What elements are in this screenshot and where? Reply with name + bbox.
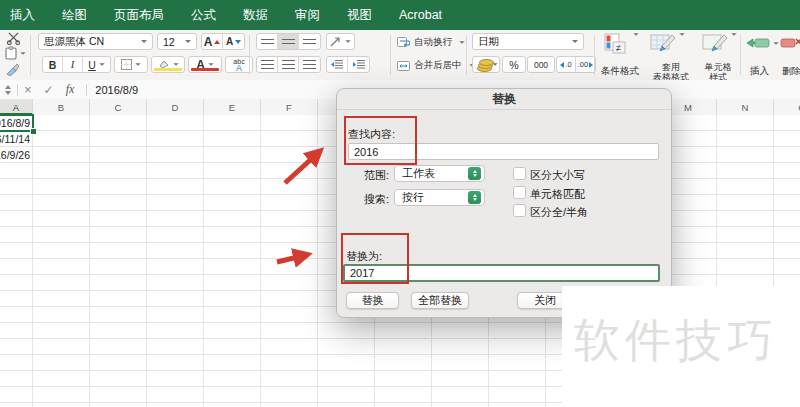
align-bottom-icon bbox=[303, 39, 316, 44]
paste-button[interactable] bbox=[5, 46, 26, 60]
font-name-caret bbox=[141, 40, 147, 43]
align-center-button[interactable] bbox=[278, 57, 299, 72]
cell-styles-label: 单元格 样式 bbox=[700, 62, 736, 82]
font-size-combobox[interactable]: 12 bbox=[157, 33, 197, 50]
align-middle-icon bbox=[282, 39, 295, 44]
replace-dialog: 替换 查找内容: 2016 范围: 工作表 搜索: 按行 区分大小写 单元格匹配… bbox=[336, 88, 672, 318]
bold-button[interactable]: B bbox=[43, 57, 63, 72]
column-header-a[interactable]: A bbox=[0, 99, 33, 115]
cell-a3[interactable]: 2016/9/26 bbox=[0, 147, 32, 163]
replace-input-value: 2017 bbox=[350, 267, 374, 279]
name-box-stepper[interactable] bbox=[5, 85, 11, 95]
column-header-o[interactable]: O bbox=[774, 99, 800, 115]
scope-popup[interactable]: 工作表 bbox=[394, 165, 485, 182]
cell-styles-button[interactable] bbox=[702, 33, 737, 53]
match-width-label: 区分全/半角 bbox=[530, 205, 588, 220]
percent-format-button[interactable]: % bbox=[502, 56, 526, 73]
format-painter-button[interactable] bbox=[5, 63, 20, 76]
comma-format-button[interactable]: 000 bbox=[527, 56, 555, 73]
align-right-button[interactable] bbox=[299, 57, 320, 72]
fill-color-button[interactable] bbox=[151, 56, 185, 73]
dialog-title[interactable]: 替换 bbox=[337, 89, 671, 110]
fill-handle[interactable] bbox=[30, 128, 37, 135]
replace-button[interactable]: 替换 bbox=[346, 292, 399, 309]
popup-stepper-icon bbox=[468, 191, 481, 204]
italic-button[interactable]: I bbox=[63, 57, 83, 72]
grow-font-button[interactable]: A bbox=[202, 34, 223, 49]
tab-review[interactable]: 审阅 bbox=[295, 7, 320, 24]
find-label: 查找内容: bbox=[348, 127, 395, 142]
tab-formulas[interactable]: 公式 bbox=[191, 7, 216, 24]
wrap-text-button[interactable]: 自动换行 bbox=[397, 36, 465, 49]
align-top-icon bbox=[261, 39, 274, 44]
column-header-c[interactable]: C bbox=[90, 99, 147, 115]
match-case-label: 区分大小写 bbox=[530, 168, 585, 183]
align-middle-button[interactable] bbox=[278, 34, 299, 49]
insert-function-button[interactable]: fx bbox=[66, 82, 75, 97]
borders-icon bbox=[121, 59, 132, 70]
align-right-icon bbox=[303, 60, 316, 69]
column-header-e[interactable]: E bbox=[204, 99, 261, 115]
cell-brush-icon bbox=[702, 33, 728, 53]
tab-draw[interactable]: 绘图 bbox=[62, 7, 87, 24]
tab-insert[interactable]: 插入 bbox=[10, 7, 35, 24]
column-header-b[interactable]: B bbox=[33, 99, 90, 115]
orientation-button[interactable] bbox=[326, 33, 355, 50]
replace-all-button[interactable]: 全部替换 bbox=[411, 292, 469, 309]
currency-format-button[interactable] bbox=[472, 56, 500, 73]
watermark-text: 软件技巧 bbox=[574, 310, 778, 372]
tab-data[interactable]: 数据 bbox=[243, 7, 268, 24]
decrease-indent-icon bbox=[331, 60, 343, 69]
match-width-checkbox[interactable] bbox=[513, 204, 526, 217]
underline-button[interactable]: U bbox=[83, 57, 110, 72]
decrease-decimal-button[interactable]: .00 bbox=[576, 57, 595, 72]
merge-center-button[interactable]: 合并后居中 bbox=[397, 59, 475, 72]
match-cell-checkbox[interactable] bbox=[513, 186, 526, 199]
tab-acrobat[interactable]: Acrobat bbox=[399, 8, 442, 22]
replace-input[interactable]: 2017 bbox=[343, 264, 660, 282]
tab-page-layout[interactable]: 页面布局 bbox=[114, 7, 164, 24]
confirm-entry-button[interactable]: ✓ bbox=[44, 83, 54, 97]
delete-cells-button[interactable] bbox=[780, 36, 800, 50]
cancel-entry-button[interactable]: × bbox=[24, 82, 32, 97]
cut-button[interactable] bbox=[6, 32, 21, 45]
format-as-table-button[interactable] bbox=[650, 33, 685, 53]
border-button[interactable] bbox=[114, 56, 148, 73]
shrink-arrow-icon bbox=[235, 40, 241, 44]
scope-value: 工作表 bbox=[402, 166, 435, 181]
group-separator bbox=[390, 35, 391, 75]
wrap-text-icon bbox=[397, 37, 410, 48]
cell-a2[interactable]: 2016/11/14 bbox=[0, 131, 32, 147]
formula-bar-value[interactable]: 2016/8/9 bbox=[95, 84, 138, 96]
column-header-f[interactable]: F bbox=[261, 99, 318, 115]
text-orientation-icon bbox=[330, 37, 342, 47]
column-header-n[interactable]: N bbox=[717, 99, 774, 115]
decrease-indent-button[interactable] bbox=[327, 57, 348, 72]
match-cell-label: 单元格匹配 bbox=[530, 187, 585, 202]
shrink-font-button[interactable]: A bbox=[223, 34, 244, 49]
scope-label: 范围: bbox=[364, 168, 389, 183]
font-color-button[interactable]: A bbox=[188, 56, 222, 73]
paste-caret bbox=[20, 52, 25, 55]
align-bottom-button[interactable] bbox=[299, 34, 320, 49]
insert-cells-button[interactable] bbox=[746, 36, 779, 50]
right-arrow-icon bbox=[589, 62, 593, 68]
increase-indent-button[interactable] bbox=[348, 57, 369, 72]
align-left-button[interactable] bbox=[257, 57, 278, 72]
conditional-format-icon: ≠ bbox=[604, 33, 630, 55]
font-name-combobox[interactable]: 思源黑体 CN bbox=[38, 33, 153, 50]
increase-decimal-button[interactable]: .0 bbox=[557, 57, 576, 72]
tab-view[interactable]: 视图 bbox=[347, 7, 372, 24]
excel-window: 插入 绘图 页面布局 公式 数据 审阅 视图 Acrobat bbox=[0, 0, 800, 407]
group-separator bbox=[249, 35, 250, 75]
find-input[interactable]: 2016 bbox=[348, 143, 659, 160]
search-popup[interactable]: 按行 bbox=[394, 189, 485, 206]
align-top-button[interactable] bbox=[257, 34, 278, 49]
group-separator bbox=[594, 35, 595, 75]
match-case-checkbox[interactable] bbox=[513, 167, 526, 180]
clipboard-icon bbox=[5, 46, 17, 60]
conditional-format-button[interactable]: ≠ bbox=[604, 33, 639, 55]
column-header-d[interactable]: D bbox=[147, 99, 204, 115]
number-format-combobox[interactable]: 日期 bbox=[472, 33, 584, 50]
insert-cells-icon bbox=[746, 36, 770, 50]
